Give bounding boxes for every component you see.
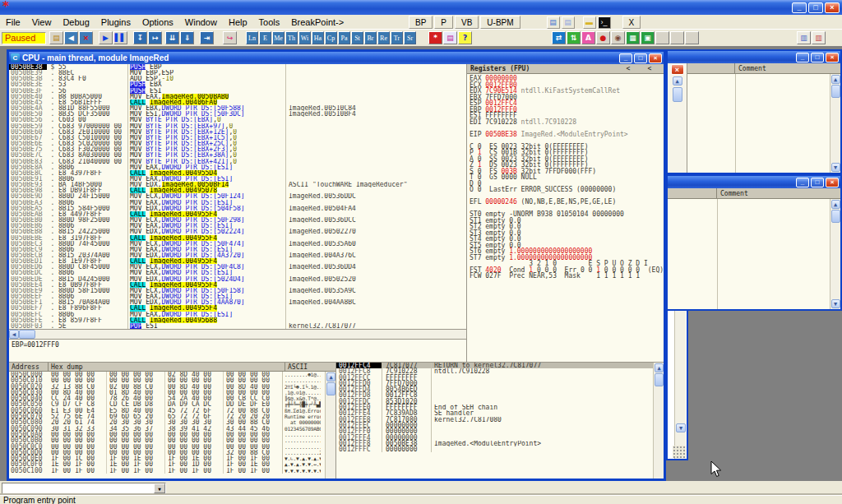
minimize-button[interactable]: _	[792, 2, 807, 13]
dump-vscrollbar[interactable]: ▲	[325, 372, 335, 479]
cpu-button[interactable]: Cp	[325, 31, 337, 44]
menu-item-help[interactable]: Help	[223, 15, 253, 30]
executables-button[interactable]: E	[259, 31, 271, 44]
disasm-row[interactable]: 0050BEFC.8B06MOV EAX,DWORD PTR DS:[ESI]	[9, 312, 466, 317]
dump-scroll-thumb[interactable]	[326, 382, 335, 395]
disasm-row[interactable]: 0050BE59.C683 97000000 00MOV BYTE PTR DS…	[9, 123, 466, 129]
patches-button[interactable]: Pa	[338, 31, 350, 44]
notes-icon[interactable]: ▤	[562, 16, 575, 29]
scroll-up-icon[interactable]: ▲	[655, 363, 664, 372]
disasm-row[interactable]: 0050BEFE.E8 8597F8FFCALL ImageRed.004956…	[9, 317, 466, 323]
scroll-up-icon[interactable]: ▲	[831, 200, 840, 209]
handles-button[interactable]: Ha	[312, 31, 324, 44]
dump-rows[interactable]: 0050C00000 00 00 0000 00 00 0002 8D 40 0…	[9, 372, 335, 479]
window-green-icon[interactable]: ▣	[641, 31, 655, 44]
stack-vscrollbar[interactable]: ▲	[653, 363, 664, 479]
disasm-row[interactable]: 0050BEB8.8B15 24225000MOV EDX,DWORD PTR …	[9, 229, 466, 234]
side-window-middle[interactable]: _ □ × Comment ▲ ▼	[666, 174, 842, 311]
red-ball-icon[interactable]: ●	[596, 31, 610, 44]
call-stack-button[interactable]: St	[351, 31, 363, 44]
breakpoints-button[interactable]: Br	[364, 31, 377, 44]
dump-row[interactable]: 0050C060E1 E3 00 E4E5 8D 40 0045 72 72 6…	[9, 408, 335, 414]
disabled-button-3[interactable]	[685, 31, 699, 44]
disasm-row[interactable]: 0050BEA3.8B06MOV EAX,DWORD PTR DS:[ESI]	[9, 200, 466, 206]
help-icon[interactable]: ?	[458, 31, 472, 44]
stack-rows[interactable]: 0012FFC47C817077RETURN to kernel32.7C817…	[336, 363, 664, 452]
scroll-down-icon[interactable]: ▼	[831, 163, 840, 172]
menu-item-view[interactable]: View	[26, 15, 58, 30]
disasm-row[interactable]: 0050BE38$55PUSH EBP	[9, 64, 466, 70]
memory-button[interactable]: Me	[272, 31, 285, 44]
windows-button[interactable]: Wi	[298, 31, 311, 44]
disabled-button-1[interactable]	[655, 31, 669, 44]
disasm-row[interactable]: 0050BE98.E8 DB91F8FFCALL ImageRed.004950…	[9, 187, 466, 193]
disasm-row[interactable]: 0050BEF1.8B15 70A84A00MOV EDX,DWORD PTR …	[9, 299, 466, 305]
threads-button[interactable]: Th	[285, 31, 298, 44]
dump-row[interactable]: 0050C01000 00 00 0000 00 00 0000 00 00 0…	[9, 377, 335, 383]
dump-row[interactable]: 0050C0F01E 00 1F 001E 00 1F 001F 00 1D 0…	[9, 461, 335, 467]
disasm-row[interactable]: 0050BE91.8B06MOV EAX,DWORD PTR DS:[ESI]	[9, 176, 466, 182]
dump-row[interactable]: 0050C08020 20 61 7420 30 30 3030 30 30 3…	[9, 419, 335, 425]
maximize-button[interactable]: □	[811, 178, 824, 187]
menu-item-plugins[interactable]: Plugins	[95, 15, 136, 30]
disasm-row[interactable]: 0050BEEF.8B06MOV EAX,DWORD PTR DS:[ESI]	[9, 294, 466, 299]
registers-header-button-2[interactable]: <	[639, 65, 660, 72]
menu-item-debug[interactable]: Debug	[57, 15, 95, 30]
animate-into-icon[interactable]: ⇊	[165, 31, 179, 44]
disasm-row[interactable]: 0050BEC3.8B0D 74F45000MOV ECX,DWORD PTR …	[9, 241, 466, 247]
console-icon[interactable]: ›_	[598, 16, 611, 29]
menu-item-options[interactable]: Options	[136, 15, 179, 30]
resize-grip[interactable]	[673, 446, 686, 458]
disasm-row[interactable]: 0050BEF7.E8 F896F8FFCALL ImageRed.004955…	[9, 305, 466, 311]
disasm-row[interactable]: 0050BE67.C683 C5010000 00MOV BYTE PTR DS…	[9, 135, 466, 141]
scroll-left-icon[interactable]: ◀	[9, 330, 19, 339]
menu-item-file[interactable]: File	[0, 15, 26, 30]
options-gear-icon[interactable]: *	[428, 31, 442, 44]
disasm-row[interactable]: 0050BEE9.8B0D 58F15000MOV ECX,DWORD PTR …	[9, 288, 466, 294]
execute-till-return-icon[interactable]: ⇥	[200, 31, 214, 44]
disasm-row[interactable]: 0050BEA5.8B15 584F5000MOV EDX,DWORD PTR …	[9, 206, 466, 211]
register-line[interactable]: O 0 LastErr ERROR_SUCCESS (00000000)	[470, 187, 664, 193]
dump-row[interactable]: 0050C0E01F 00 1C 001F 00 1E 001F 00 1E 0…	[9, 455, 335, 461]
cpu-minimize-button[interactable]: _	[619, 53, 632, 63]
disabled-button-2[interactable]	[670, 31, 684, 44]
disasm-row[interactable]: 0050BE6E.C683 5C020000 00MOV BYTE PTR DS…	[9, 141, 466, 146]
disasm-row[interactable]: 0050BE3B.83C4 F0ADD ESP,-10	[9, 76, 466, 81]
source-button[interactable]: Sr	[404, 31, 416, 44]
bp-button[interactable]: BP	[409, 16, 433, 29]
dump-row[interactable]: 0050C0B000 00 00 0000 00 00 0000 00 00 0…	[9, 437, 335, 443]
open-folder-icon[interactable]: ▬	[583, 16, 596, 29]
info-pane[interactable]: EBP=0012FFF0	[9, 339, 466, 362]
close-button[interactable]: ×	[671, 64, 684, 75]
hscroll-thumb[interactable]	[19, 330, 35, 339]
disasm-row[interactable]: 0050BE7C.C683 8A030000 00MOV BYTE PTR DS…	[9, 152, 466, 158]
sync-arrows-icon[interactable]: ⇄	[552, 31, 566, 44]
back-icon[interactable]: ◀	[64, 31, 78, 44]
disassembly-pane[interactable]: 0050BE38$55PUSH EBP0050BE39.8BECMOV EBP,…	[9, 64, 466, 329]
combobox-value[interactable]	[2, 483, 154, 493]
disasm-row[interactable]: 0050BE9D.8B0D 24F15000MOV ECX,DWORD PTR …	[9, 193, 466, 199]
close-button[interactable]: ×	[826, 53, 839, 62]
cpu-window-titlebar[interactable]: C CPU - main thread, module ImageRed _ □…	[9, 52, 664, 64]
dump-row[interactable]: 0050C050C9 D7 CF C8CD CE DB D8DA D9 CA D…	[9, 401, 335, 407]
registers-pane[interactable]: Registers (FPU) < < EAX 00000000ECX 0012…	[466, 64, 664, 362]
dump-row[interactable]: 0050C0D000 00 00 0000 00 00 0000 00 00 0…	[9, 450, 335, 455]
maximize-button[interactable]: □	[808, 2, 823, 13]
close-button[interactable]: ×	[825, 2, 840, 13]
disasm-row[interactable]: 0050BE40.B8 B0BA5000MOV EAX,ImageRed.005…	[9, 94, 466, 99]
disasm-row[interactable]: 0050BE3F.56PUSH ESI	[9, 88, 466, 94]
cpu-window[interactable]: C CPU - main thread, module ImageRed _ □…	[7, 49, 666, 481]
close-program-icon[interactable]: ×	[79, 31, 93, 44]
menu-item-tools[interactable]: Tools	[253, 15, 286, 30]
log-button[interactable]: Ln	[246, 31, 258, 44]
disasm-row[interactable]: 0050BE56.C603 00MOV BYTE PTR DS:[EBX],0	[9, 117, 466, 123]
disasm-row[interactable]: 0050BE83.C683 21040000 00MOV BYTE PTR DS…	[9, 159, 466, 164]
disasm-row[interactable]: 0050BE93.BA 14BF5000MOV EDX,ImageRed.005…	[9, 182, 466, 187]
disasm-row[interactable]: 0050BEAB.E8 4497F8FFCALL ImageRed.004955…	[9, 211, 466, 217]
ubpm-button[interactable]: U-BPM	[480, 16, 520, 29]
disasm-row[interactable]: 0050BE75.C683 F3020000 00MOV BYTE PTR DS…	[9, 146, 466, 152]
command-combobox[interactable]: ▼	[2, 483, 166, 494]
side-window-middle-titlebar[interactable]: _ □ ×	[668, 176, 840, 188]
dump-row[interactable]: 0050C040CC 24 40 0078 26 40 0054 2A 40 0…	[9, 395, 335, 401]
menu-item-breakpoint[interactable]: BreakPoint->	[285, 15, 349, 30]
